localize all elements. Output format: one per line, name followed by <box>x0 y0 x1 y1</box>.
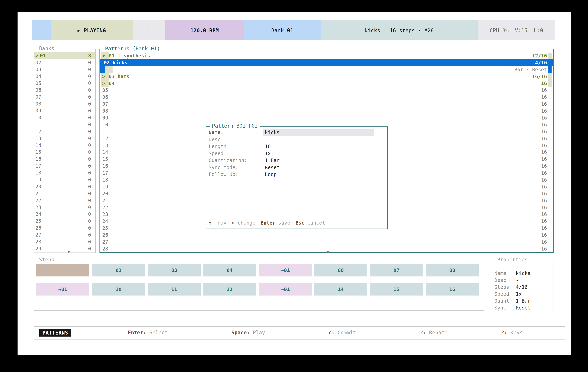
pattern-row[interactable]: 0816 <box>100 108 553 114</box>
dialog-field-label: Follow Up: <box>209 171 238 178</box>
bank-row[interactable]: 070 <box>34 93 95 101</box>
pattern-label: 03 hats <box>109 73 129 80</box>
step-cell-09[interactable]: →01 <box>36 283 89 295</box>
topbar-segment-transport: ► PLAYING <box>51 20 133 40</box>
dialog-field-desc[interactable]: Desc: <box>206 136 387 143</box>
bank-row[interactable]: 160 <box>34 156 95 162</box>
pattern-row[interactable]: 0516 <box>100 87 553 94</box>
banks-panel: Banks >013020030040050060070080090100110… <box>34 49 96 253</box>
step-cell-11[interactable]: 11 <box>148 283 201 295</box>
pattern-row[interactable]: 2716 <box>100 239 553 245</box>
bank-row[interactable]: 030 <box>34 66 95 73</box>
bank-row[interactable]: 090 <box>34 107 95 114</box>
dialog-field-quantization[interactable]: Quantization:1 Bar <box>206 157 387 164</box>
key-glyph: Esc <box>295 220 304 226</box>
bank-row[interactable]: 060 <box>34 87 95 93</box>
pattern-step-count: 12/16 <box>532 52 547 59</box>
pattern-row[interactable]: 02 kicks4/16 <box>100 59 553 66</box>
bank-row[interactable]: 020 <box>34 59 95 66</box>
property-value: kicks <box>516 270 530 277</box>
step-cell-06[interactable]: 06 <box>314 264 367 276</box>
bank-row[interactable]: 050 <box>34 80 95 87</box>
step-cell-03[interactable]: 03 <box>148 264 201 276</box>
pattern-row[interactable]: >03 hats16/16 <box>100 73 553 80</box>
step-cell-15[interactable]: 15 <box>370 283 423 295</box>
bank-number: 10 <box>35 114 41 121</box>
bank-row[interactable]: 260 <box>34 225 95 231</box>
steps-panel: Steps 020304→01060708→01101112→01141516 <box>34 260 484 311</box>
pattern-row[interactable]: >0416 <box>100 80 553 87</box>
bank-pattern-count: 0 <box>88 66 95 73</box>
pattern-row[interactable]: 2616 <box>100 232 553 239</box>
step-cell-13[interactable]: →01 <box>259 283 312 295</box>
pattern-step-count: 16 <box>541 135 547 142</box>
step-cell-07[interactable]: 07 <box>370 264 423 276</box>
bank-row[interactable]: 150 <box>34 149 95 156</box>
pattern-row[interactable]: 0616 <box>100 94 553 101</box>
pattern-row[interactable]: 0916 <box>100 114 553 121</box>
bank-row[interactable]: 210 <box>34 190 95 197</box>
dialog-name-input-field[interactable] <box>263 129 374 136</box>
bank-number: 17 <box>35 162 41 169</box>
dialog-field-label: Sync Mode: <box>209 164 238 171</box>
bank-row[interactable]: 080 <box>34 101 95 107</box>
bank-selected-chevron-icon: > <box>35 52 38 59</box>
step-cell-10[interactable]: 10 <box>92 283 145 295</box>
pattern-label: 27 <box>102 239 108 245</box>
pattern-step-count: 16 <box>541 80 547 87</box>
bank-row[interactable]: >013 <box>34 52 95 59</box>
pattern-label: 18 <box>102 176 108 183</box>
step-cell-05[interactable]: →01 <box>259 264 312 276</box>
bank-row[interactable]: 230 <box>34 204 95 211</box>
bank-row[interactable]: 240 <box>34 211 95 218</box>
dialog-field-name[interactable]: Name:kicks <box>206 129 387 136</box>
dialog-field-syncmode[interactable]: Sync Mode:Reset <box>206 164 387 171</box>
bank-row[interactable]: 200 <box>34 183 95 190</box>
topbar-segment-bpm: 120.0 BPM <box>165 20 244 40</box>
step-cell-14[interactable]: 14 <box>314 283 367 295</box>
bank-row[interactable]: 110 <box>34 121 95 128</box>
bank-pattern-count: 0 <box>88 156 95 162</box>
bank-row[interactable]: 190 <box>34 176 95 183</box>
bank-row[interactable]: 270 <box>34 231 95 238</box>
pattern-chevron-icon: > <box>102 73 105 80</box>
step-cell-16[interactable]: 16 <box>426 283 479 295</box>
topbar-segment-bank: Bank 01 <box>244 20 321 40</box>
pattern-row[interactable]: >01 fmsynthesis12/16 <box>100 52 553 59</box>
step-cell-12[interactable]: 12 <box>203 283 256 295</box>
pattern-step-count: 16 <box>541 114 547 121</box>
pattern-subrow-marker-block <box>105 66 113 73</box>
bank-row[interactable]: 280 <box>34 238 95 245</box>
pattern-step-count: 16 <box>541 142 547 149</box>
pattern-step-count: 16 <box>541 211 547 218</box>
bank-row[interactable]: 140 <box>34 142 95 149</box>
step-cell-08[interactable]: 08 <box>426 264 479 276</box>
pattern-row[interactable]: 0716 <box>100 101 553 108</box>
bank-number: 21 <box>35 190 41 197</box>
bank-row[interactable]: 120 <box>34 128 95 135</box>
step-cell-04[interactable]: 04 <box>203 264 256 276</box>
bank-row[interactable]: 040 <box>34 73 95 80</box>
dialog-field-length[interactable]: Length:16 <box>206 143 387 150</box>
bank-number: 22 <box>35 197 41 204</box>
pattern-edit-fields: Name:kicksDesc:Length:16Speed:1xQuantiza… <box>206 129 387 178</box>
step-cell-01[interactable] <box>36 264 89 276</box>
bank-row[interactable]: 100 <box>34 114 95 121</box>
bank-pattern-count: 0 <box>88 231 95 238</box>
dialog-field-value: 1x <box>265 150 271 157</box>
dialog-field-label: Speed: <box>209 150 227 157</box>
bank-row[interactable]: 130 <box>34 135 95 142</box>
bank-row[interactable]: 220 <box>34 197 95 204</box>
topbar-segment-spacer-left <box>32 20 51 40</box>
bank-row[interactable]: 250 <box>34 218 95 225</box>
bank-row[interactable]: 180 <box>34 169 95 176</box>
pattern-step-count: 16 <box>541 128 547 135</box>
pattern-step-count: 16 <box>541 183 547 190</box>
step-cell-02[interactable]: 02 <box>92 264 145 276</box>
bank-pattern-count: 0 <box>88 225 95 231</box>
dialog-field-speed[interactable]: Speed:1x <box>206 150 387 157</box>
pattern-step-count: 16 <box>541 149 547 156</box>
bank-pattern-count: 0 <box>88 204 95 211</box>
dialog-field-followup[interactable]: Follow Up:Loop <box>206 171 387 178</box>
bank-row[interactable]: 170 <box>34 162 95 169</box>
